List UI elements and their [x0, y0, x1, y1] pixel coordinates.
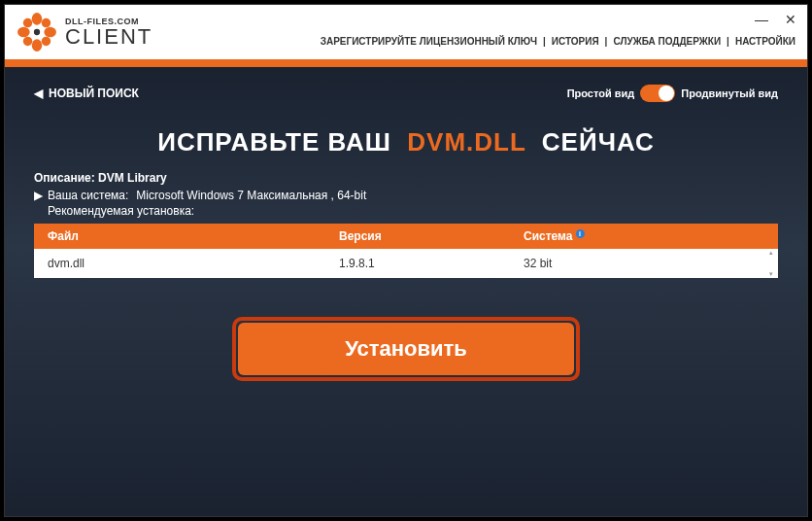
- view-toggle: Простой вид Продвинутый вид: [567, 85, 778, 102]
- nav-settings[interactable]: НАСТРОЙКИ: [735, 36, 795, 47]
- chevron-down-icon[interactable]: ▾: [769, 270, 773, 278]
- description-row: Описание: DVM Library: [5, 171, 807, 185]
- window-controls: — ✕: [755, 13, 797, 26]
- description-label: Описание:: [34, 171, 95, 185]
- headline-post: СЕЙЧАС: [542, 127, 655, 156]
- svg-point-7: [42, 37, 51, 46]
- svg-point-2: [17, 27, 30, 38]
- nav-register[interactable]: ЗАРЕГИСТРИРУЙТЕ ЛИЦЕНЗИОННЫЙ КЛЮЧ: [321, 36, 537, 47]
- recommended-label: Рекомендуемая установка:: [5, 204, 807, 224]
- nav-sep: |: [605, 36, 608, 47]
- headline-file: DVM.DLL: [407, 127, 525, 156]
- brand-bottom-line: CLIENT: [65, 26, 152, 48]
- cell-version: 1.9.8.1: [339, 257, 524, 270]
- toggle-thumb: [659, 86, 674, 101]
- cell-system: 32 bit: [524, 257, 764, 270]
- install-button-wrapper: Установить: [5, 317, 807, 381]
- headline-pre: ИСПРАВЬТЕ ВАШ: [157, 127, 391, 156]
- logo: DLL-FILES.COM CLIENT: [17, 12, 152, 52]
- advanced-view-label: Продвинутый вид: [681, 87, 778, 99]
- minimize-button[interactable]: —: [755, 13, 768, 26]
- title-bar: DLL-FILES.COM CLIENT ЗАРЕГИСТРИРУЙТЕ ЛИЦ…: [5, 5, 807, 59]
- header-system-label: Система: [524, 229, 573, 243]
- chevron-up-icon[interactable]: ▴: [769, 249, 773, 257]
- table-header: Файл Версия Система i: [34, 224, 778, 249]
- table-row[interactable]: dvm.dll 1.9.8.1 32 bit ▴ ▾: [34, 249, 778, 278]
- brand-text: DLL-FILES.COM CLIENT: [65, 17, 152, 48]
- info-icon[interactable]: i: [576, 229, 585, 238]
- close-button[interactable]: ✕: [784, 13, 797, 26]
- nav-history[interactable]: ИСТОРИЯ: [552, 36, 599, 47]
- cell-file: dvm.dll: [48, 257, 339, 270]
- system-label: Ваша система:: [48, 189, 128, 202]
- header-version: Версия: [339, 229, 524, 243]
- svg-point-4: [23, 18, 32, 27]
- view-toggle-switch[interactable]: [640, 85, 675, 102]
- scroll-control[interactable]: ▴ ▾: [766, 249, 776, 278]
- svg-point-6: [23, 37, 32, 46]
- nav-links: ЗАРЕГИСТРИРУЙТЕ ЛИЦЕНЗИОННЫЙ КЛЮЧ | ИСТО…: [321, 36, 795, 47]
- header-file: Файл: [48, 229, 339, 243]
- brand-icon: [17, 12, 57, 52]
- accent-bar: [5, 59, 807, 67]
- svg-point-1: [32, 39, 43, 52]
- triangle-left-icon: ◀: [34, 87, 43, 100]
- nav-sep: |: [727, 36, 729, 47]
- system-text: Microsoft Windows 7 Максимальная , 64-bi…: [136, 189, 366, 202]
- results-table: Файл Версия Система i dvm.dll 1.9.8.1 32…: [34, 224, 778, 278]
- system-row: ▶ Ваша система: Microsoft Windows 7 Макс…: [5, 185, 807, 204]
- headline: ИСПРАВЬТЕ ВАШ DVM.DLL СЕЙЧАС: [5, 112, 807, 171]
- nav-support[interactable]: СЛУЖБА ПОДДЕРЖКИ: [613, 36, 721, 47]
- content-top-row: ◀ НОВЫЙ ПОИСК Простой вид Продвинутый ви…: [5, 67, 807, 112]
- nav-sep: |: [543, 36, 546, 47]
- svg-point-8: [34, 29, 40, 35]
- triangle-right-icon: ▶: [34, 189, 43, 202]
- new-search-label: НОВЫЙ ПОИСК: [49, 87, 139, 100]
- install-button-border: Установить: [232, 317, 580, 381]
- install-button[interactable]: Установить: [238, 323, 574, 375]
- simple-view-label: Простой вид: [567, 87, 635, 99]
- content-area: ◀ НОВЫЙ ПОИСК Простой вид Продвинутый ви…: [5, 67, 807, 516]
- svg-point-3: [44, 27, 56, 38]
- app-window: DLL-FILES.COM CLIENT ЗАРЕГИСТРИРУЙТЕ ЛИЦ…: [4, 4, 808, 517]
- description-text: DVM Library: [98, 171, 167, 185]
- svg-point-0: [32, 13, 43, 25]
- new-search-button[interactable]: ◀ НОВЫЙ ПОИСК: [34, 87, 139, 100]
- header-system: Система i: [524, 229, 764, 243]
- svg-point-5: [42, 18, 51, 27]
